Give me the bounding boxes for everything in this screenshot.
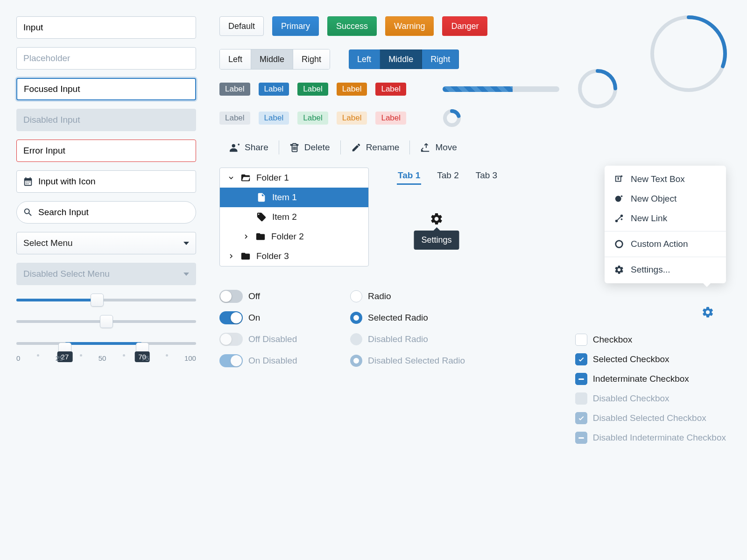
menu-custom-action[interactable]: Custom Action [605, 234, 726, 254]
tab-1[interactable]: Tab 1 [397, 168, 421, 185]
gear-icon[interactable] [701, 306, 714, 319]
menu-new-textbox[interactable]: New Text Box [605, 169, 726, 189]
folder-icon [255, 231, 266, 242]
gear-icon[interactable] [430, 212, 444, 226]
check-icon [578, 413, 585, 423]
calendar-icon [23, 176, 33, 187]
object-icon [614, 194, 624, 204]
checkbox-disabled-indeterminate [575, 432, 587, 444]
menu-settings[interactable]: Settings... [605, 260, 726, 280]
toggle-on[interactable] [219, 311, 243, 324]
tree-folder-3[interactable]: Folder 3 [220, 246, 368, 266]
focused-input[interactable] [16, 78, 196, 100]
toggle-on-disabled [219, 354, 243, 367]
tag-light-blue: Label [259, 112, 289, 125]
tag-blue: Label [259, 83, 289, 96]
tag-light-gray: Label [219, 112, 250, 125]
radio-disabled-selected [350, 355, 362, 367]
tag-green: Label [297, 83, 328, 96]
search-input[interactable] [16, 201, 196, 224]
checkbox-selected[interactable] [575, 353, 587, 365]
tag-orange: Label [337, 83, 367, 96]
disabled-input [16, 109, 196, 131]
trash-icon [289, 142, 300, 153]
menu-new-link[interactable]: New Link [605, 209, 726, 228]
folder-icon [240, 251, 251, 261]
search-icon [23, 207, 33, 217]
tree-folder-1[interactable]: Folder 1 [220, 168, 368, 188]
checkbox-disabled [575, 392, 587, 405]
tab-bar[interactable]: Tab 1 Tab 2 Tab 3 [397, 168, 498, 185]
tree-folder-2[interactable]: Folder 2 [220, 227, 368, 246]
placeholder-input[interactable] [16, 47, 196, 70]
text-input[interactable] [16, 16, 196, 39]
toggle-off-disabled [219, 333, 243, 346]
gear-icon [614, 265, 624, 275]
radio-selected[interactable] [350, 312, 362, 324]
pencil-icon [351, 142, 361, 153]
segment-primary[interactable]: Left Middle Right [349, 49, 459, 69]
default-button[interactable]: Default [219, 16, 264, 36]
file-icon [256, 192, 267, 203]
share-icon [230, 142, 240, 153]
tag-light-orange: Label [337, 112, 367, 125]
folder-open-icon [240, 173, 251, 183]
checkbox[interactable] [575, 334, 587, 346]
textbox-icon [614, 174, 624, 184]
slider-center[interactable] [16, 315, 196, 328]
radio[interactable] [350, 290, 362, 302]
checkbox-disabled-selected [575, 412, 587, 424]
circle-icon [614, 239, 624, 249]
caret-down-icon [183, 242, 189, 245]
delete-action[interactable]: Delete [279, 142, 340, 153]
select-menu[interactable]: Select Menu [16, 232, 196, 254]
segment-default[interactable]: Left Middle Right [219, 49, 330, 70]
success-button[interactable]: Success [327, 16, 377, 36]
range-slider[interactable]: 27 70 0 25 50 75 100 [16, 336, 196, 364]
tag-icon [256, 212, 267, 222]
caret-down-icon [183, 273, 189, 276]
tree-item-2[interactable]: Item 2 [220, 207, 368, 227]
tab-3[interactable]: Tab 3 [475, 168, 498, 185]
tree-view[interactable]: Folder 1 Item 1 Item 2 Folder 2 Folder 3 [219, 168, 369, 266]
spinner-icon [443, 109, 461, 127]
tag-gray: Label [219, 83, 250, 96]
toggle-off[interactable] [219, 290, 243, 303]
menu-new-object[interactable]: New Object [605, 189, 726, 209]
tooltip: Settings [414, 231, 459, 250]
link-icon [614, 213, 624, 224]
icon-input[interactable] [16, 170, 196, 193]
tag-light-green: Label [297, 112, 328, 125]
move-action[interactable]: Move [410, 142, 467, 153]
progress-bar [443, 86, 559, 92]
tab-2[interactable]: Tab 2 [436, 168, 459, 185]
dropdown-menu[interactable]: New Text Box New Object New Link Custom … [605, 166, 726, 283]
error-input[interactable] [16, 140, 196, 162]
tag-red: Label [375, 83, 406, 96]
slider-single[interactable] [16, 294, 196, 307]
radio-disabled [350, 333, 362, 345]
tag-light-red: Label [375, 112, 406, 125]
chevron-right-icon [227, 251, 235, 261]
chevron-right-icon [242, 231, 250, 242]
disabled-select-menu: Disabled Select Menu [16, 263, 196, 285]
progress-ring-large [647, 12, 731, 96]
danger-button[interactable]: Danger [442, 16, 487, 36]
checkbox-indeterminate[interactable] [575, 373, 587, 385]
move-icon [420, 142, 430, 153]
warning-button[interactable]: Warning [385, 16, 434, 36]
check-icon [578, 354, 585, 364]
chevron-down-icon [227, 173, 235, 183]
progress-ring-small [577, 68, 619, 110]
tree-item-1[interactable]: Item 1 [220, 188, 368, 207]
primary-button[interactable]: Primary [272, 16, 319, 36]
rename-action[interactable]: Rename [341, 142, 410, 153]
share-action[interactable]: Share [219, 142, 279, 153]
